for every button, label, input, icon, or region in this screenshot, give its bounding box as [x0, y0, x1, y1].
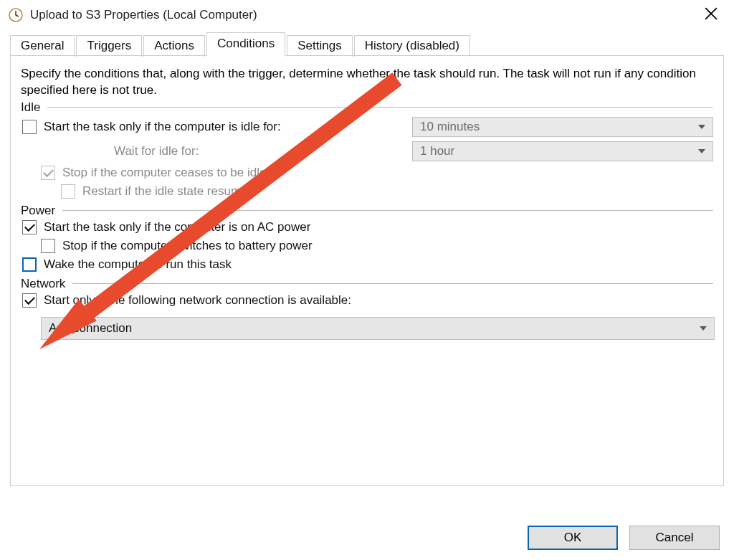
tab-conditions[interactable]: Conditions	[206, 32, 285, 56]
checkbox-wake[interactable]	[22, 257, 37, 272]
combo-wait-idle: 1 hour	[412, 141, 713, 161]
row-ac-power: Start the task only if the computer is o…	[21, 218, 713, 237]
checkbox-stop-cease	[41, 166, 55, 180]
label-stop-battery: Stop if the computer switches to battery…	[62, 239, 313, 253]
close-icon[interactable]	[697, 6, 725, 24]
divider	[72, 283, 713, 284]
section-network: Network	[21, 277, 713, 291]
label-ac-power: Start the task only if the computer is o…	[44, 220, 310, 234]
tab-settings[interactable]: Settings	[287, 35, 352, 57]
checkbox-idle-start[interactable]	[22, 120, 37, 134]
window-title: Upload to S3 Properties (Local Computer)	[30, 8, 697, 22]
chevron-down-icon	[698, 125, 705, 129]
label-restart-resume: Restart if the idle state resumes	[82, 184, 254, 199]
row-wait-idle: Wait for idle for: 1 hour	[21, 139, 713, 163]
tab-general[interactable]: General	[10, 35, 75, 57]
chevron-down-icon	[698, 149, 705, 153]
section-power-label: Power	[21, 204, 55, 218]
row-net-start: Start only if the following network conn…	[21, 291, 713, 310]
combo-wait-idle-value: 1 hour	[420, 144, 454, 158]
section-network-label: Network	[21, 277, 65, 291]
row-wake: Wake the computer to run this task	[21, 255, 713, 274]
ok-button[interactable]: OK	[528, 526, 618, 550]
checkbox-ac-power[interactable]	[22, 220, 37, 234]
checkbox-net-start[interactable]	[22, 293, 37, 308]
combo-idle-duration-value: 10 minutes	[420, 120, 480, 134]
label-wake: Wake the computer to run this task	[44, 257, 232, 272]
tab-strip: General Triggers Actions Conditions Sett…	[0, 32, 734, 56]
conditions-description: Specify the conditions that, along with …	[21, 66, 713, 99]
combo-idle-duration: 10 minutes	[412, 117, 713, 137]
section-power: Power	[21, 204, 713, 218]
row-idle-start: Start the task only if the computer is i…	[21, 115, 713, 139]
divider	[47, 107, 713, 108]
divider	[62, 210, 713, 211]
tab-triggers[interactable]: Triggers	[76, 35, 142, 57]
row-restart-resume: Restart if the idle state resumes	[21, 182, 713, 201]
checkbox-stop-battery[interactable]	[41, 239, 55, 253]
tab-history[interactable]: History (disabled)	[354, 35, 470, 57]
label-stop-cease: Stop if the computer ceases to be idle	[62, 166, 266, 180]
tab-actions[interactable]: Actions	[143, 35, 205, 57]
title-bar: Upload to S3 Properties (Local Computer)	[0, 0, 734, 32]
conditions-panel: Specify the conditions that, along with …	[10, 56, 724, 486]
dialog-buttons: OK Cancel	[528, 526, 720, 550]
label-net-start: Start only if the following network conn…	[44, 293, 351, 308]
row-stop-cease: Stop if the computer ceases to be idle	[21, 163, 713, 182]
combo-network-connection-value: Any connection	[49, 321, 132, 336]
label-wait-idle: Wait for idle for:	[114, 144, 412, 158]
checkbox-restart-resume	[61, 184, 75, 199]
app-icon	[9, 8, 23, 22]
chevron-down-icon	[700, 326, 707, 331]
label-idle-start: Start the task only if the computer is i…	[44, 120, 412, 134]
cancel-button[interactable]: Cancel	[629, 526, 720, 550]
section-idle: Idle	[21, 100, 713, 115]
combo-network-connection[interactable]: Any connection	[41, 317, 715, 340]
row-stop-battery: Stop if the computer switches to battery…	[21, 237, 713, 255]
section-idle-label: Idle	[21, 100, 40, 115]
